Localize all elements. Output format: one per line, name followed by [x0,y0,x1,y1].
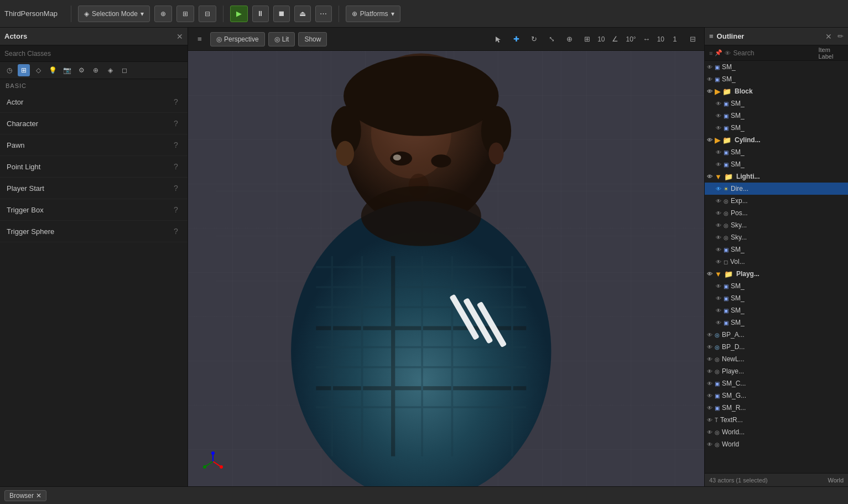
outliner-item[interactable]: 👁 ▣ SM_ [705,110,848,122]
stop-button[interactable]: ⏹ [273,6,290,22]
move-tool-button[interactable]: ✚ [509,32,523,46]
outliner-item-world2[interactable]: 👁 ◎ World [705,438,848,450]
filter-all-icon[interactable]: ⊞ [18,64,30,76]
eye-icon: 👁 [716,222,721,228]
viewport-layout-button[interactable]: ⊟ [685,32,700,46]
eject-button[interactable]: ⏏ [294,6,311,22]
actor-item-trigger-sphere[interactable]: Trigger Sphere ? [0,221,188,242]
folder-icon: ▼ [715,270,722,278]
outliner-item[interactable]: 👁 ▣ SM_ [705,73,848,85]
point-light-help-icon[interactable]: ? [171,162,181,172]
svg-point-42 [203,465,206,469]
outliner-item-vol[interactable]: 👁 ◻ Vol... [705,256,848,268]
browser-tab[interactable]: Browser ✕ [4,490,46,501]
eye-icon: 👁 [707,441,712,448]
outliner-item-smr[interactable]: 👁 ▣ SM_R... [705,402,848,414]
perspective-button[interactable]: ◎ Perspective [210,32,265,46]
outliner-item-smg[interactable]: 👁 ▣ SM_G... [705,389,848,402]
selection-mode-button[interactable]: ◈ Selection Mode ▾ [78,6,150,22]
actor-item-trigger-box[interactable]: Trigger Box ? [0,199,188,221]
selection-mode-arrow: ▾ [141,10,144,18]
trigger-box-help-icon[interactable]: ? [171,205,181,215]
actor-item-player-start[interactable]: Player Start ? [0,178,188,199]
outliner-menu-icon[interactable]: ≡ [709,32,714,40]
actor-item-pawn[interactable]: Pawn ? [0,134,188,156]
outliner-item[interactable]: 👁 ▣ SM_ [705,122,848,134]
filter-recent-icon[interactable]: ◷ [3,64,15,76]
viewport-menu-button[interactable]: ≡ [193,32,207,46]
filter-geometry-icon[interactable]: ◇ [32,64,44,76]
outliner-item-bpd[interactable]: 👁 ◎ BP_D... [705,341,848,353]
outliner-search-input[interactable] [733,49,816,57]
trigger-sphere-help-icon[interactable]: ? [171,226,181,236]
outliner-item[interactable]: 👁 ▣ SM_ [705,158,848,170]
outliner-item[interactable]: 👁 ▣ SM_ [705,316,848,329]
outliner-item-bpa[interactable]: 👁 ◎ BP_A... [705,329,848,341]
outliner-item-world1[interactable]: 👁 ◎ World... [705,426,848,438]
outliner-item-sm-light[interactable]: 👁 ▣ SM_ [705,243,848,256]
player-start-help-icon[interactable]: ? [171,183,181,193]
actor-item-actor[interactable]: Actor ? [0,91,188,113]
outliner-item[interactable]: 👁 ▣ SM_ [705,146,848,158]
character-help-icon[interactable]: ? [171,118,181,128]
lit-button[interactable]: ◎ Lit [268,32,295,46]
textr-label: TextR... [720,416,743,424]
select-tool-button[interactable] [491,32,506,46]
scale-snap-button[interactable]: ↔ [639,32,654,46]
outliner-item-directional-light[interactable]: 👁 ☀ Dire... [705,183,848,195]
filter-volume-icon[interactable]: ⊕ [90,64,102,76]
actor-item-point-light[interactable]: Point Light ? [0,156,188,178]
vol-label: Vol... [730,258,745,266]
outliner-item-sky1[interactable]: 👁 ◎ Sky... [705,219,848,231]
filter-actor-icon[interactable]: ⚙ [75,64,87,76]
grid-btn[interactable]: ⊟ [199,6,216,22]
close-browser-icon[interactable]: ✕ [36,492,41,500]
more-button[interactable]: ⋯ [315,6,332,22]
pause-button[interactable]: ⏸ [252,6,269,22]
outliner-folder-block[interactable]: 👁 ▶ 📁 Block [705,85,848,97]
rotate-tool-button[interactable]: ↻ [527,32,541,46]
pawn-help-icon[interactable]: ? [171,140,181,150]
outliner-item-sky2[interactable]: 👁 ◎ Sky... [705,231,848,243]
outliner-item-smc[interactable]: 👁 ▣ SM_C... [705,377,848,389]
search-input[interactable] [4,45,183,61]
outliner-item-player[interactable]: 👁 ◎ Playe... [705,365,848,377]
show-button[interactable]: Show [298,32,327,46]
outliner-folder-lighting[interactable]: 👁 ▼ 📁 Lighti... [705,170,848,183]
world-icon-button[interactable]: ⊕ [562,32,576,46]
outliner-edit-button[interactable]: ✏ [837,32,844,40]
outliner-folder-cylinder[interactable]: 👁 ▶ 📁 Cylind... [705,134,848,146]
close-panel-button[interactable]: ✕ [176,32,183,41]
svg-point-32 [393,154,401,160]
outliner-item[interactable]: 👁 ▣ SM_ [705,97,848,110]
snap-btn[interactable]: ⊞ [176,6,194,22]
play-button[interactable]: ▶ [230,6,248,22]
outliner-item[interactable]: 👁 ▣ SM_ [705,292,848,304]
close-outliner-button[interactable]: ✕ [825,32,832,41]
filter-extra-icon[interactable]: ◻ [118,64,131,76]
filter-light-icon[interactable]: 💡 [46,64,59,76]
outliner-item-pos[interactable]: 👁 ◎ Pos... [705,207,848,219]
outliner-item[interactable]: 👁 ▣ SM_ [705,61,848,73]
actor-item-character[interactable]: Character ? [0,113,188,134]
transform-btn[interactable]: ⊕ [154,6,172,22]
outliner-item-newl[interactable]: 👁 ◎ NewL... [705,353,848,365]
filter-camera-icon[interactable]: 📷 [61,64,73,76]
outliner-folder-playg[interactable]: 👁 ▼ 📁 Playg... [705,268,848,280]
scale-tool-button[interactable]: ⤡ [544,32,559,46]
filter-nav-icon[interactable]: ◈ [104,64,116,76]
viewport[interactable]: ≡ ◎ Perspective ◎ Lit Show ✚ ↻ [188,28,704,486]
angle-snap-button[interactable]: ∠ [608,32,622,46]
move-icon: ✚ [513,35,519,43]
outliner-item[interactable]: 👁 ▣ SM_ [705,304,848,316]
folder-icon: ▼ [715,173,722,181]
outliner-item[interactable]: 👁 ▣ SM_ [705,280,848,292]
grid-snap-button[interactable]: ⊞ [580,32,594,46]
actor-help-icon[interactable]: ? [171,97,181,107]
outliner-item-exp[interactable]: 👁 ◎ Exp... [705,195,848,207]
platforms-button[interactable]: ⊕ Platforms ▾ [346,6,400,22]
camera-speed-button[interactable]: 1 [668,32,682,46]
svg-rect-24 [361,256,363,456]
outliner-search-bar: ≡ 📌 👁 Item Label [705,45,848,61]
outliner-item-textr[interactable]: 👁 T TextR... [705,414,848,426]
